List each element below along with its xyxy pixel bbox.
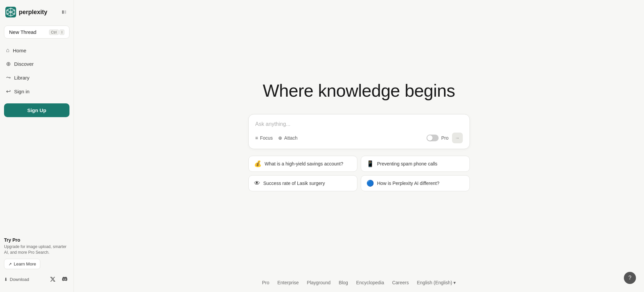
submit-button[interactable]: → [452, 133, 463, 143]
logo-icon [5, 7, 16, 17]
svg-rect-5 [62, 10, 64, 14]
suggestion-lasik[interactable]: 👁 Success rate of Lasik surgery [248, 175, 357, 191]
help-icon: ? [629, 275, 632, 281]
sidebar-footer: ⬇ Download [4, 275, 69, 284]
savings-emoji: 💰 [254, 160, 261, 167]
sidebar-item-discover[interactable]: ⊕ Discover [3, 57, 71, 70]
collapse-sidebar-button[interactable] [60, 8, 68, 16]
try-pro-title: Try Pro [4, 237, 69, 243]
collapse-icon [61, 9, 67, 15]
learn-more-button[interactable]: ↗ Learn More [4, 259, 40, 269]
sign-up-button[interactable]: Sign Up [4, 103, 69, 117]
spam-emoji: 📱 [366, 160, 374, 167]
hero-title: Where knowledge begins [263, 81, 455, 101]
perplexity-text: How is Perplexity AI different? [377, 181, 440, 186]
savings-text: What is a high-yield savings account? [265, 161, 343, 166]
pro-toggle-wrapper: Pro [427, 135, 449, 141]
nav-items: ⌂ Home ⊕ Discover ⤳ Library ↩ Sign in [0, 44, 73, 98]
sidebar-bottom: Try Pro Upgrade for image upload, smarte… [0, 233, 73, 288]
help-button[interactable]: ? [624, 272, 636, 284]
language-button[interactable]: English (English) ▾ [417, 280, 456, 285]
attach-label: Attach [284, 135, 298, 141]
logo[interactable]: perplexity [5, 7, 47, 17]
twitter-button[interactable] [48, 275, 57, 284]
sidebar-item-signin[interactable]: ↩ Sign in [3, 85, 71, 98]
suggestion-perplexity[interactable]: 🔵 How is Perplexity AI different? [361, 175, 470, 191]
footer-careers-link[interactable]: Careers [392, 280, 409, 285]
suggestion-savings[interactable]: 💰 What is a high-yield savings account? [248, 156, 357, 172]
pro-toggle[interactable] [427, 135, 439, 141]
home-icon: ⌂ [6, 47, 9, 54]
focus-icon: ≡ [255, 135, 258, 141]
discord-icon [62, 277, 67, 282]
search-toolbar: ≡ Focus ⊕ Attach Pro → [255, 133, 463, 143]
footer-playground-link[interactable]: Playground [307, 280, 331, 285]
discover-icon: ⊕ [6, 60, 11, 67]
footer-pro-link[interactable]: Pro [262, 280, 269, 285]
try-pro-section: Try Pro Upgrade for image upload, smarte… [4, 237, 69, 269]
ctrl-key: Ctrl [49, 30, 59, 35]
i-key: I [59, 30, 64, 35]
main-content: Where knowledge begins ≡ Focus ⊕ Attach [74, 0, 644, 292]
language-label: English (English) [417, 280, 452, 285]
library-label: Library [14, 75, 30, 81]
new-thread-button[interactable]: New Thread Ctrl I [4, 26, 69, 39]
new-thread-label: New Thread [9, 29, 36, 35]
attach-button[interactable]: ⊕ Attach [278, 135, 298, 141]
twitter-icon [50, 277, 55, 282]
pro-label: Pro [441, 135, 449, 141]
main-footer: Pro Enterprise Playground Blog Encyclope… [262, 280, 456, 285]
search-box: ≡ Focus ⊕ Attach Pro → [248, 114, 470, 149]
sidebar: perplexity New Thread Ctrl I ⌂ Home ⊕ Di… [0, 0, 74, 292]
footer-blog-link[interactable]: Blog [339, 280, 348, 285]
signin-icon: ↩ [6, 88, 11, 95]
new-thread-shortcut: Ctrl I [49, 30, 64, 35]
library-icon: ⤳ [6, 74, 11, 81]
svg-rect-6 [64, 10, 66, 14]
sidebar-header: perplexity [0, 4, 73, 23]
chevron-down-icon: ▾ [453, 280, 456, 285]
signin-label: Sign in [14, 89, 30, 94]
logo-text: perplexity [19, 9, 47, 16]
perplexity-emoji: 🔵 [366, 180, 374, 187]
focus-label: Focus [260, 135, 273, 141]
search-toolbar-right: Pro → [427, 133, 463, 143]
attach-icon: ⊕ [278, 135, 282, 141]
search-input[interactable] [255, 121, 463, 127]
sidebar-item-home[interactable]: ⌂ Home [3, 44, 71, 57]
spam-text: Preventing spam phone calls [377, 161, 438, 166]
suggestion-spam[interactable]: 📱 Preventing spam phone calls [361, 156, 470, 172]
suggestions-grid: 💰 What is a high-yield savings account? … [248, 156, 470, 191]
search-toolbar-left: ≡ Focus ⊕ Attach [255, 135, 298, 141]
focus-button[interactable]: ≡ Focus [255, 135, 273, 141]
download-icon: ⬇ [4, 277, 8, 282]
footer-enterprise-link[interactable]: Enterprise [277, 280, 299, 285]
submit-arrow-icon: → [455, 135, 460, 141]
learn-more-label: Learn More [14, 261, 36, 266]
social-icons [48, 275, 69, 284]
discover-label: Discover [14, 61, 34, 67]
lasik-text: Success rate of Lasik surgery [263, 181, 325, 186]
footer-encyclopedia-link[interactable]: Encyclopedia [356, 280, 384, 285]
discord-button[interactable] [60, 275, 69, 284]
try-pro-desc: Upgrade for image upload, smarter AI, an… [4, 244, 69, 255]
home-label: Home [13, 48, 26, 53]
download-button[interactable]: ⬇ Download [4, 277, 29, 282]
sidebar-item-library[interactable]: ⤳ Library [3, 71, 71, 84]
learn-more-arrow-icon: ↗ [8, 262, 12, 266]
toggle-knob [427, 135, 433, 141]
download-label: Download [10, 277, 29, 282]
lasik-emoji: 👁 [254, 180, 260, 187]
